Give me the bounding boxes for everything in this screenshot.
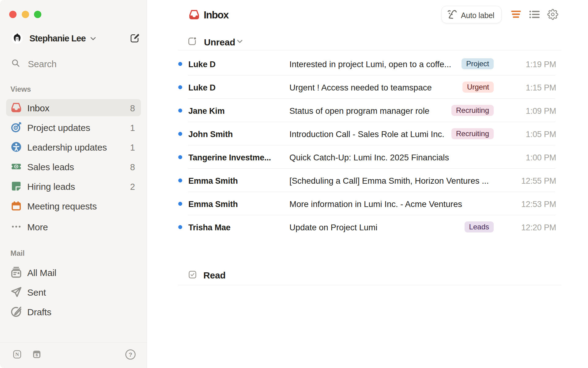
svg-text:6: 6 — [36, 353, 38, 357]
svg-text:N: N — [15, 351, 19, 357]
svg-text:?: ? — [129, 351, 132, 358]
